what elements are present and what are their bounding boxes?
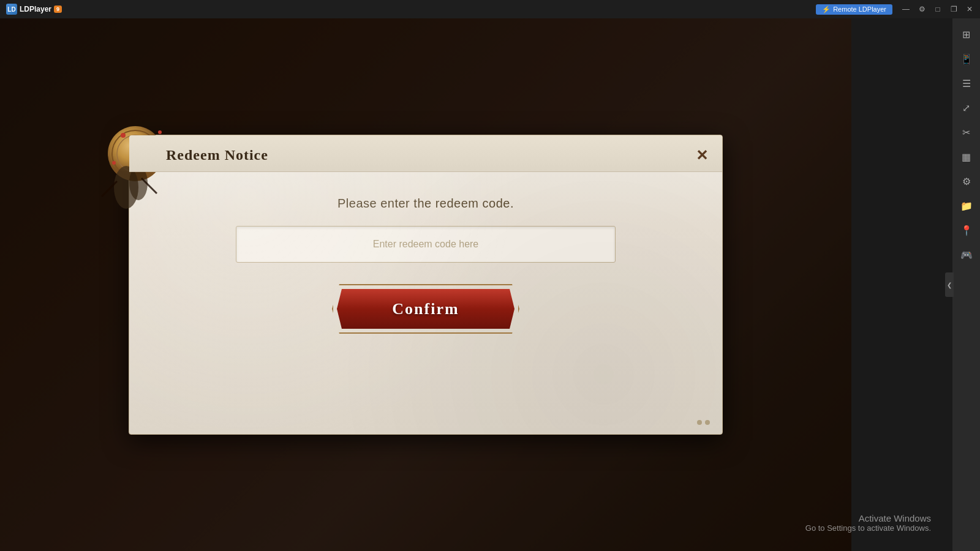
settings-button[interactable]: ⚙ [914,3,929,15]
window-controls: — ⚙ □ ❐ ✕ [899,3,977,15]
restore-button[interactable]: ❐ [946,3,961,15]
ld-icon: LD [6,4,17,15]
svg-point-9 [112,161,116,165]
dialog-header: Redeem Notice ✕ [129,135,722,172]
bottom-dot-1 [697,420,702,425]
app-name: LDPlayer [20,5,51,13]
sidebar-icon-grid[interactable]: ⊞ [957,24,976,44]
redeem-prompt-text: Please enter the redeem code. [337,197,514,211]
dialog-body: Please enter the redeem code. Confirm [129,172,722,352]
redeem-code-input[interactable] [236,227,615,262]
svg-line-6 [141,178,157,193]
dialog-close-button[interactable]: ✕ [691,144,713,167]
sidebar-icon-gamepad[interactable]: 🎮 [957,245,976,264]
sidebar-icon-folder[interactable]: 📁 [957,196,976,216]
remote-ldplayer-button[interactable]: ⚡ Remote LDPlayer [816,4,892,15]
dialog-title: Redeem Notice [166,147,268,163]
confirm-button-wrapper: Confirm [332,284,519,334]
app-logo: LD LDPlayer 9 [0,4,68,15]
sidebar-icon-menu[interactable]: ☰ [957,73,976,93]
close-icon: ✕ [696,147,708,164]
sidebar-icon-layers[interactable]: ▦ [957,147,976,167]
dialog-bottom-decoration [697,420,710,425]
maximize-button[interactable]: □ [930,3,945,15]
sidebar-icon-scissors[interactable]: ✂ [957,122,976,142]
confirm-button-outer: Confirm [332,284,519,334]
bottom-dot-2 [705,420,710,425]
svg-point-3 [114,166,138,209]
right-sidebar: ❮ ⊞ 📱 ☰ ⤢ ✂ ▦ ⚙ 📁 📍 🎮 [952,18,980,551]
titlebar: LD LDPlayer 9 ⚡ Remote LDPlayer — ⚙ □ ❐ … [0,0,980,18]
sidebar-icon-expand[interactable]: ⤢ [957,98,976,118]
remote-label: Remote LDPlayer [833,6,886,13]
sidebar-icon-phone[interactable]: 📱 [957,49,976,69]
close-button[interactable]: ✕ [962,3,977,15]
redeem-input-wrapper [236,226,616,263]
sidebar-icon-location[interactable]: 📍 [957,220,976,240]
redeem-dialog: Redeem Notice ✕ Please enter the redeem … [129,135,723,435]
minimize-button[interactable]: — [899,3,913,15]
sidebar-collapse-arrow[interactable]: ❮ [945,272,954,297]
confirm-button-label: Confirm [392,300,459,318]
svg-line-5 [102,181,117,197]
svg-point-8 [158,130,162,134]
dialog-overlay: Redeem Notice ✕ Please enter the redeem … [0,18,851,551]
app-version: 9 [54,6,62,13]
svg-point-7 [121,133,126,138]
confirm-button[interactable]: Confirm [337,289,514,329]
remote-icon: ⚡ [822,6,831,13]
sidebar-icon-settings[interactable]: ⚙ [957,171,976,191]
